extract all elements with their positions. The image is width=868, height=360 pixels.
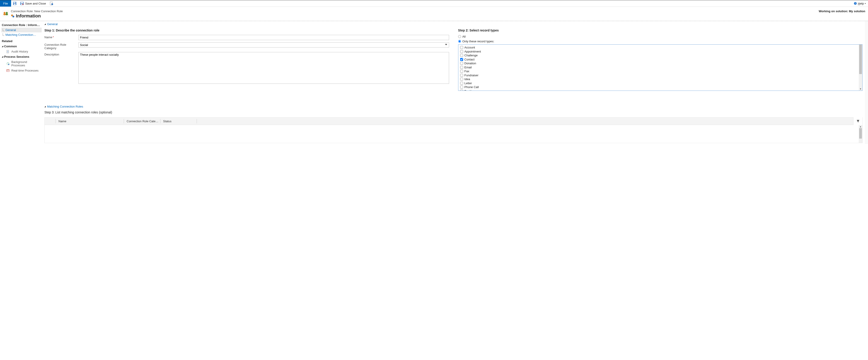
record-type-item[interactable]: Email [460,65,857,69]
page-action-button[interactable] [48,0,55,6]
record-type-item[interactable]: Position [460,89,857,91]
step1-column: Step 1: Describe the connection role Nam… [44,29,449,91]
table-empty-area [44,125,859,143]
record-type-label: Position [464,89,475,91]
svg-point-20 [8,64,9,65]
record-type-label: Donation [464,61,476,65]
record-type-label: Fax [464,69,469,73]
description-label: Description [44,52,79,56]
svg-rect-15 [6,13,8,15]
record-type-checkbox[interactable] [460,70,463,73]
record-type-item[interactable]: Appointment [460,50,857,54]
record-type-item[interactable]: Fax [460,69,857,73]
record-type-label: Letter [464,81,472,85]
left-nav: Connection Role : Inform… GeneralMatchin… [0,21,43,144]
scroll-up-icon[interactable]: ▲ [860,125,862,128]
record-type-checkbox[interactable] [460,62,463,65]
solution-context: Working on solution: My solution [818,9,865,13]
nav-tree-item[interactable]: General [1,28,42,32]
name-label: Name* [44,35,79,39]
body: Connection Role : Inform… GeneralMatchin… [0,21,868,144]
svg-rect-3 [15,2,16,3]
record-type-label: Appointment [464,50,481,54]
record-type-checkbox[interactable] [460,78,463,80]
category-select[interactable] [79,42,449,47]
save-and-close-label: Save and Close [25,2,46,5]
record-type-checkbox[interactable] [460,86,463,89]
record-types-box: AccountAppointmentChallengeContactDonati… [458,44,863,91]
save-and-close-button[interactable]: Save and Close [18,0,48,6]
record-type-item[interactable]: Fundraiser [460,73,857,77]
record-type-checkbox[interactable] [460,74,463,77]
record-types-list[interactable]: AccountAppointmentChallengeContactDonati… [458,44,859,91]
radio-all-label: All [462,35,466,38]
section-general-header[interactable]: General [44,22,863,26]
record-type-item[interactable]: Phone Call [460,85,857,89]
description-input[interactable] [79,52,449,84]
step2-column: Step 2: Select record types All Only the… [458,29,863,91]
nav-link[interactable]: Background Processes [1,59,42,68]
svg-text:?: ? [855,2,856,5]
svg-rect-11 [3,10,9,16]
scroll-down-icon[interactable]: ▼ [860,88,862,91]
nav-link[interactable]: Real-time Processes [1,68,42,73]
help-button[interactable]: ? Help ▾ [851,0,868,6]
nav-group-header[interactable]: Process Sessions [1,54,42,59]
save-button[interactable] [11,0,18,6]
info-icon [11,14,14,18]
column-status[interactable]: Status [160,118,197,125]
record-type-label: Account [464,45,475,50]
section-matching-header[interactable]: Matching Connection Roles [44,104,863,109]
nav-tree-item[interactable]: Matching Connection… [1,32,42,37]
category-value[interactable] [79,42,449,47]
record-type-item[interactable]: Challenge [460,54,857,58]
svg-rect-1 [13,2,16,3]
record-type-item[interactable]: Idea [460,77,857,81]
record-type-item[interactable]: Letter [460,81,857,85]
nav-link[interactable]: Audit History [1,49,42,54]
table-scrollbar[interactable]: ▲ [859,125,862,143]
column-checkbox[interactable] [44,118,56,125]
column-name[interactable]: Name [56,118,124,125]
record-type-label: Challenge [464,54,478,58]
record-type-checkbox[interactable] [460,54,463,57]
file-menu-button[interactable]: File [0,0,11,6]
record-type-checkbox[interactable] [460,46,463,49]
record-type-item[interactable]: Account [460,45,857,50]
record-type-item[interactable]: Contact [460,58,857,62]
help-icon: ? [854,2,857,5]
svg-rect-8 [52,3,53,5]
save-close-icon [20,2,24,5]
name-input[interactable] [79,35,449,40]
svg-rect-2 [14,4,16,5]
svg-rect-5 [21,2,23,3]
entity-icon [3,10,9,16]
svg-rect-22 [6,69,9,70]
record-type-label: Phone Call [464,85,479,89]
record-scrollbar[interactable]: ▼ [859,44,862,91]
record-type-checkbox[interactable] [460,82,463,85]
step1-title: Step 1: Describe the connection role [44,29,449,32]
record-type-checkbox[interactable] [460,90,463,91]
general-columns: Step 1: Describe the connection role Nam… [44,29,863,91]
svg-point-14 [6,12,8,14]
record-type-checkbox[interactable] [460,58,463,61]
nav-root: Connection Role : Inform… [1,23,42,28]
table-body: ▲ [44,125,863,143]
svg-rect-13 [3,13,6,15]
record-type-checkbox[interactable] [460,50,463,53]
filter-button[interactable] [853,117,862,125]
nav-group-header[interactable]: Common [1,44,42,49]
svg-point-12 [4,12,5,14]
radio-only[interactable]: Only these record types: [458,40,863,43]
radio-all-input[interactable] [458,35,461,38]
section-matching: Matching Connection Roles Step 3: List m… [44,104,863,143]
radio-all[interactable]: All [458,35,863,38]
record-type-item[interactable]: Donation [460,61,857,65]
column-category[interactable]: Connection Role Cate… [124,118,160,125]
record-type-checkbox[interactable] [460,66,463,69]
scroll-thumb[interactable] [859,128,862,138]
scroll-thumb[interactable] [859,44,862,74]
radio-only-input[interactable] [458,40,461,43]
help-dropdown-icon: ▾ [865,2,866,4]
